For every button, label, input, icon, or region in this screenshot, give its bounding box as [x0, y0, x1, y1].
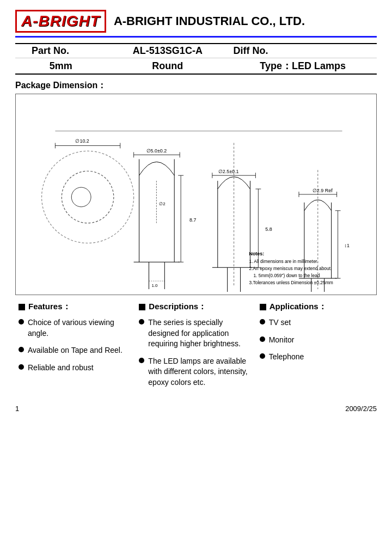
- diff-no-value: [352, 44, 377, 58]
- applications-header: Applications：: [260, 302, 373, 312]
- feature-bullet-2: [19, 347, 24, 352]
- part-no-label: Part No.: [15, 44, 106, 58]
- package-diagram: ∅10.2 ∅5.0±0.2 8.7 1.0 ∅2: [16, 94, 376, 295]
- header-divider: [15, 36, 377, 38]
- svg-text:∅2.5±0.1: ∅2.5±0.1: [218, 169, 239, 174]
- feature-bullet-3: [19, 364, 24, 370]
- application-text-2: Monitor: [269, 335, 295, 346]
- diff-no-label: Diff No.: [229, 44, 352, 58]
- footer-date: 2009/2/25: [345, 405, 377, 413]
- feature-item-2: Available on Tape and Reel.: [19, 345, 132, 356]
- descriptions-bullet-icon: [139, 304, 145, 310]
- application-text-1: TV set: [269, 317, 291, 328]
- type: Type：LED Lamps: [229, 58, 377, 75]
- svg-text:1. 5mm(0.059") down to the lea: 1. 5mm(0.059") down to the lead: [253, 273, 320, 278]
- svg-text:↕1: ↕1: [345, 243, 350, 248]
- svg-text:Notes:: Notes:: [249, 251, 264, 256]
- feature-item-1: Choice of various viewing angle.: [19, 317, 132, 339]
- svg-text:1.0: 1.0: [151, 283, 158, 288]
- svg-text:∅2.9 Ref: ∅2.9 Ref: [313, 188, 333, 193]
- application-bullet-3: [260, 353, 265, 359]
- svg-point-0: [42, 151, 134, 243]
- package-label: Package Dimension：: [15, 80, 377, 91]
- application-bullet-2: [260, 336, 265, 342]
- feature-text-1: Choice of various viewing angle.: [28, 317, 132, 339]
- svg-text:∅10.2: ∅10.2: [75, 138, 89, 144]
- application-item-3: Telephone: [260, 352, 373, 363]
- description-text-1: The series is specially designed for app…: [148, 317, 253, 350]
- info-columns: Features： Choice of various viewing angl…: [15, 302, 377, 395]
- svg-text:1. All dimensions are in milli: 1. All dimensions are in millimeter.: [249, 259, 318, 264]
- page-header: A-BRIGHT A-BRIGHT INDUSTRIAL CO., LTD.: [15, 10, 377, 33]
- svg-text:∅5.0±0.2: ∅5.0±0.2: [146, 148, 167, 154]
- application-item-2: Monitor: [260, 335, 373, 346]
- svg-text:3.Tolerances unless Dimension : 3.Tolerances unless Dimension ±0.25mm: [249, 280, 333, 285]
- application-bullet-1: [260, 319, 265, 325]
- part-no-value: AL-513SG1C-A: [106, 44, 229, 58]
- description-text-2: The LED lamps are available with differe…: [148, 356, 253, 388]
- feature-item-3: Reliable and robust: [19, 363, 132, 374]
- features-column: Features： Choice of various viewing angl…: [15, 302, 136, 395]
- applications-column: Applications： TV set Monitor Telephone: [256, 302, 377, 395]
- applications-bullet-icon: [260, 304, 266, 310]
- descriptions-column: Descriptions： The series is specially de…: [136, 302, 256, 395]
- svg-text:5.8: 5.8: [265, 226, 272, 232]
- svg-point-2: [71, 187, 91, 207]
- description-bullet-1: [139, 319, 144, 325]
- features-header: Features：: [19, 302, 132, 312]
- description-bullet-2: [139, 358, 144, 363]
- svg-text:2.An epoxy meniscus may extend: 2.An epoxy meniscus may extend about.: [249, 266, 332, 271]
- diagram-box: ∅10.2 ∅5.0±0.2 8.7 1.0 ∅2: [15, 94, 377, 295]
- svg-point-1: [62, 171, 113, 223]
- company-name: A-BRIGHT INDUSTRIAL CO., LTD.: [114, 14, 305, 28]
- logo: A-BRIGHT: [15, 10, 106, 33]
- page-footer: 1 2009/2/25: [15, 405, 377, 413]
- descriptions-header: Descriptions：: [139, 302, 253, 312]
- size: 5mm: [15, 58, 106, 75]
- feature-bullet-1: [19, 319, 24, 325]
- feature-text-2: Available on Tape and Reel.: [28, 345, 122, 356]
- description-item-2: The LED lamps are available with differe…: [139, 356, 253, 388]
- application-text-3: Telephone: [269, 352, 304, 363]
- features-title: Features：: [28, 302, 71, 312]
- page-number: 1: [15, 405, 19, 413]
- svg-text:∅2: ∅2: [159, 201, 166, 206]
- shape: Round: [106, 58, 229, 75]
- descriptions-title: Descriptions：: [149, 302, 206, 312]
- applications-title: Applications：: [270, 302, 327, 312]
- features-bullet-icon: [19, 304, 25, 310]
- application-item-1: TV set: [260, 317, 373, 328]
- part-info-table: Part No. AL-513SG1C-A Diff No. 5mm Round…: [15, 43, 377, 75]
- svg-text:8.7: 8.7: [189, 217, 196, 223]
- description-item-1: The series is specially designed for app…: [139, 317, 253, 350]
- feature-text-3: Reliable and robust: [28, 363, 94, 374]
